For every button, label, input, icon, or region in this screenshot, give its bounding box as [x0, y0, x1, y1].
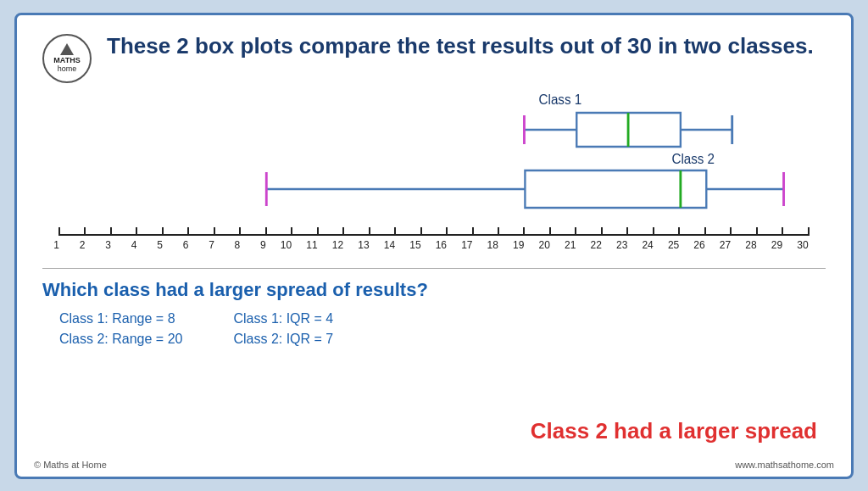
tick-mark-8 — [239, 227, 241, 236]
tick-label-18: 18 — [487, 239, 498, 251]
tick-mark-17 — [472, 227, 474, 236]
tick-mark-19 — [523, 227, 525, 236]
class2-range: Class 2: Range = 20 — [59, 332, 182, 347]
tick-label-27: 27 — [720, 239, 731, 251]
tick-label-5: 5 — [157, 239, 163, 251]
tick-label-17: 17 — [461, 239, 472, 251]
tick-mark-23 — [626, 227, 628, 236]
tick-label-28: 28 — [745, 239, 756, 251]
tick-mark-2 — [84, 227, 86, 236]
tick-mark-5 — [162, 227, 164, 236]
tick-label-13: 13 — [358, 239, 369, 251]
axis-ticks: 1234567891011121314151617181920212223242… — [59, 227, 809, 251]
tick-mark-14 — [394, 227, 396, 236]
tick-label-4: 4 — [131, 239, 137, 251]
tick-mark-15 — [420, 227, 422, 236]
tick-label-8: 8 — [235, 239, 241, 251]
stats-col-iqr: Class 1: IQR = 4 Class 2: IQR = 7 — [233, 311, 333, 347]
stats-col-range: Class 1: Range = 8 Class 2: Range = 20 — [59, 311, 182, 347]
class1-label-text: Class 1 — [539, 92, 582, 106]
tick-mark-24 — [653, 227, 654, 236]
tick-mark-6 — [187, 227, 189, 236]
svg-rect-8 — [525, 170, 706, 208]
class1-range: Class 1: Range = 8 — [59, 311, 182, 326]
tick-label-19: 19 — [513, 239, 524, 251]
tick-mark-30 — [808, 227, 810, 236]
tick-mark-12 — [342, 227, 344, 236]
tick-label-1: 1 — [53, 239, 59, 251]
tick-label-16: 16 — [436, 239, 447, 251]
tick-label-6: 6 — [183, 239, 189, 251]
tick-label-22: 22 — [590, 239, 601, 251]
tick-mark-11 — [317, 227, 319, 236]
tick-label-9: 9 — [260, 239, 266, 251]
tick-label-26: 26 — [693, 239, 704, 251]
box-plots-area: Class 1 Class 2 — [51, 92, 817, 261]
tick-mark-1 — [58, 227, 60, 236]
tick-mark-13 — [369, 227, 370, 236]
class2-iqr: Class 2: IQR = 7 — [233, 332, 333, 347]
tick-label-24: 24 — [642, 239, 653, 251]
tick-mark-3 — [110, 227, 112, 236]
answer-text: Class 2 had a larger spread — [531, 418, 817, 444]
boxplot-svg: Class 1 Class 2 — [59, 92, 809, 227]
class2-label-text: Class 2 — [671, 151, 715, 165]
tick-mark-4 — [136, 227, 137, 236]
tick-label-25: 25 — [668, 239, 679, 251]
tick-mark-25 — [678, 227, 680, 236]
axis-container: 1234567891011121314151617181920212223242… — [51, 227, 817, 261]
plot-area: Class 1 Class 2 — [59, 92, 809, 227]
tick-mark-26 — [704, 227, 706, 236]
tick-label-3: 3 — [105, 239, 111, 251]
tick-label-10: 10 — [281, 239, 292, 251]
footer-left: © Maths at Home — [34, 460, 107, 470]
tick-mark-29 — [782, 227, 783, 236]
tick-mark-16 — [446, 227, 448, 236]
tick-label-15: 15 — [409, 239, 420, 251]
tick-label-30: 30 — [797, 239, 808, 251]
tick-mark-20 — [549, 227, 551, 236]
title: These 2 box plots compare the test resul… — [107, 32, 826, 60]
tick-label-2: 2 — [80, 239, 86, 251]
tick-mark-21 — [575, 227, 576, 236]
tick-label-11: 11 — [306, 239, 317, 251]
bottom-section: Which class had a larger spread of resul… — [42, 268, 826, 464]
logo: MATHS home — [42, 34, 92, 83]
class1-iqr: Class 1: IQR = 4 — [233, 311, 333, 326]
tick-label-21: 21 — [565, 239, 576, 251]
tick-mark-9 — [265, 227, 267, 236]
tick-mark-7 — [214, 227, 215, 236]
tick-label-20: 20 — [539, 239, 550, 251]
footer-right: www.mathsathome.com — [735, 460, 834, 470]
header-row: MATHS home These 2 box plots compare the… — [42, 32, 826, 83]
tick-label-23: 23 — [616, 239, 627, 251]
tick-label-12: 12 — [332, 239, 343, 251]
tick-mark-28 — [756, 227, 758, 236]
footer: © Maths at Home www.mathsathome.com — [34, 460, 834, 470]
logo-text-bottom: home — [58, 65, 77, 74]
stats-grid: Class 1: Range = 8 Class 2: Range = 20 C… — [59, 311, 826, 347]
tick-mark-10 — [291, 227, 292, 236]
tick-mark-22 — [601, 227, 603, 236]
tick-label-29: 29 — [771, 239, 782, 251]
tick-label-7: 7 — [209, 239, 214, 251]
tick-mark-18 — [498, 227, 499, 236]
question-text: Which class had a larger spread of resul… — [42, 279, 826, 301]
main-card: MATHS home These 2 box plots compare the… — [14, 13, 854, 479]
tick-mark-27 — [730, 227, 732, 236]
tick-label-14: 14 — [384, 239, 395, 251]
